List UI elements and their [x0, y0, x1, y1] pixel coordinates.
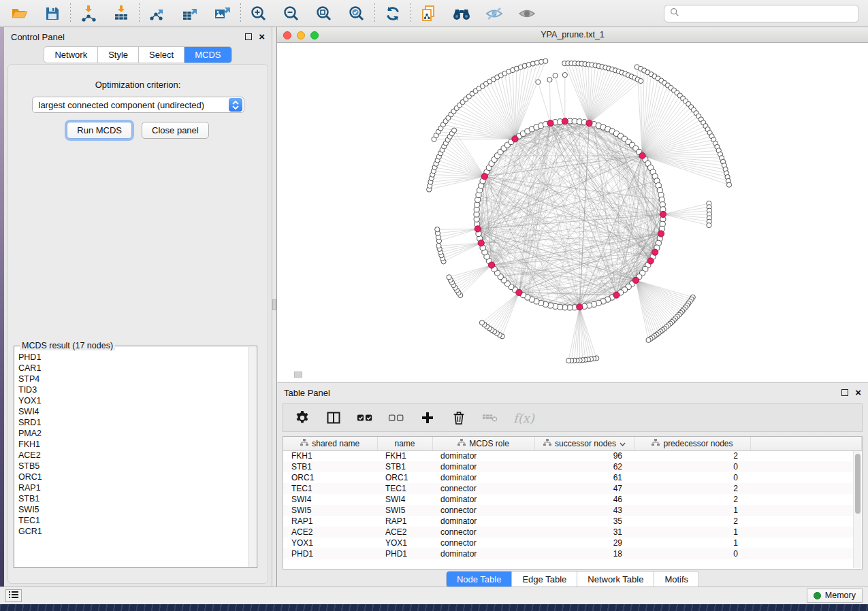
criterion-dropdown[interactable]: largest connected component (undirected) [32, 97, 244, 113]
refresh-view-icon[interactable] [379, 3, 407, 24]
close-window-icon[interactable] [283, 31, 291, 39]
mcds-node-item[interactable]: ORC1 [18, 472, 247, 482]
application-window: Control Panel × NetworkStyleSelectMCDS O… [0, 0, 868, 611]
import-table-icon[interactable] [107, 3, 135, 24]
table-row[interactable]: YOX1YOX1connector291 [283, 538, 862, 548]
table-scrollbar[interactable] [853, 451, 861, 568]
export-image-icon[interactable] [208, 3, 237, 24]
add-column-icon[interactable] [419, 410, 436, 426]
minimize-window-icon[interactable] [297, 31, 305, 39]
network-titlebar[interactable]: YPA_prune.txt_1 [277, 27, 868, 43]
tab-motifs[interactable]: Motifs [654, 572, 698, 587]
save-session-icon[interactable] [38, 3, 67, 24]
tab-select[interactable]: Select [139, 47, 184, 63]
zoom-out-icon[interactable] [277, 3, 306, 24]
open-file-icon[interactable] [5, 3, 34, 24]
select-all-icon[interactable] [357, 410, 373, 426]
status-bar: Memory [0, 587, 868, 604]
search-binoculars-icon[interactable] [447, 3, 476, 24]
tab-style[interactable]: Style [98, 47, 139, 63]
table-row[interactable]: TEC1TEC1connector472 [283, 483, 862, 494]
mcds-node-item[interactable]: SWI4 [18, 406, 247, 417]
table-row[interactable]: ACE2ACE2connector311 [283, 527, 862, 538]
tree-icon [652, 439, 660, 448]
zoom-in-icon[interactable] [244, 3, 273, 24]
table-row[interactable]: SWI5SWI5connector431 [283, 505, 862, 516]
tab-network-table[interactable]: Network Table [577, 572, 654, 587]
table-scrollbar-thumb[interactable] [855, 454, 861, 514]
table-row[interactable]: STB1STB1dominator620 [283, 461, 862, 472]
mcds-node-item[interactable]: FKH1 [18, 439, 247, 450]
table-row[interactable]: PHD1PHD1dominator180 [283, 548, 862, 559]
run-mcds-button[interactable]: Run MCDS [67, 122, 132, 139]
close-table-panel-icon[interactable]: × [855, 389, 861, 396]
mcds-node-item[interactable]: YOX1 [18, 395, 247, 406]
control-panel: Control Panel × NetworkStyleSelectMCDS O… [4, 27, 272, 587]
network-canvas[interactable] [277, 43, 868, 382]
float-panel-icon[interactable] [245, 33, 252, 40]
column-layout-icon[interactable] [325, 410, 342, 426]
export-network-icon[interactable] [143, 3, 172, 24]
tab-edge-table[interactable]: Edge Table [512, 572, 577, 587]
search-icon [670, 7, 679, 20]
close-panel-button[interactable]: Close panel [142, 122, 209, 139]
tab-node-table[interactable]: Node Table [447, 572, 513, 587]
toolbar-separator [70, 3, 71, 24]
mcds-node-item[interactable]: STB5 [18, 461, 247, 472]
import-network-icon[interactable] [74, 3, 103, 24]
mcds-node-item[interactable]: RAP1 [18, 482, 247, 493]
column-header-successor-nodes[interactable]: successor nodes [534, 437, 634, 450]
memory-button[interactable]: Memory [807, 589, 863, 603]
mcds-node-item[interactable]: TID3 [18, 384, 247, 395]
zoom-selected-icon[interactable] [342, 3, 371, 24]
mcds-node-item[interactable]: STP4 [18, 374, 247, 384]
toolbar-separator [139, 3, 140, 24]
main-toolbar [0, 0, 868, 27]
column-header-predecessor-nodes[interactable]: predecessor nodes [634, 437, 750, 450]
mcds-node-item[interactable]: SRD1 [18, 417, 247, 428]
search-input[interactable] [684, 9, 853, 19]
mcds-node-item[interactable]: SWI5 [18, 504, 247, 515]
mcds-node-item[interactable]: PHD1 [18, 352, 247, 363]
column-header-name[interactable]: name [377, 437, 432, 450]
network-graph[interactable] [277, 43, 868, 382]
toolbar-separator [411, 3, 411, 24]
mcds-node-item[interactable]: ACE2 [18, 450, 247, 461]
mcds-result-box: MCDS result (17 nodes) PHD1CAR1STP4TID3Y… [14, 346, 257, 568]
node-table[interactable]: shared namenameMCDS rolesuccessor nodesp… [283, 436, 863, 569]
task-history-button[interactable] [5, 589, 22, 602]
criterion-dropdown-value: largest connected component (undirected) [33, 100, 229, 110]
tab-network[interactable]: Network [44, 47, 98, 63]
table-panel: Table Panel × f(x) shared namenameMCDS r… [276, 382, 868, 587]
maximize-window-icon[interactable] [310, 31, 319, 39]
search-box[interactable] [664, 5, 859, 22]
close-panel-icon[interactable]: × [259, 33, 265, 40]
export-table-icon[interactable] [176, 3, 204, 24]
mcds-result-scrollbar[interactable] [248, 347, 256, 567]
mcds-node-item[interactable]: PMA2 [18, 428, 247, 439]
table-row[interactable]: SWI4SWI4dominator462 [283, 494, 862, 505]
zoom-fit-icon[interactable] [310, 3, 338, 24]
control-panel-header: Control Panel × [4, 27, 272, 46]
mcds-node-item[interactable]: GCR1 [18, 526, 247, 537]
gear-icon[interactable] [294, 410, 310, 426]
mcds-node-item[interactable]: STB1 [18, 493, 247, 504]
delete-column-icon[interactable] [451, 410, 467, 426]
show-all-icon[interactable] [513, 3, 541, 24]
table-row[interactable]: FKH1FKH1dominator962 [283, 450, 862, 461]
float-table-panel-icon[interactable] [841, 389, 848, 396]
delete-table-icon [482, 410, 498, 426]
table-row[interactable]: ORC1ORC1dominator610 [283, 472, 862, 483]
horizontal-splitter-grip[interactable] [294, 371, 302, 378]
table-row[interactable]: RAP1RAP1dominator352 [283, 516, 862, 527]
mcds-node-item[interactable]: CAR1 [18, 363, 247, 374]
mcds-result-list[interactable]: PHD1CAR1STP4TID3YOX1SWI4SRD1PMA2FKH1ACE2… [18, 352, 247, 566]
sort-descending-icon[interactable] [620, 439, 626, 448]
column-header-MCDS-role[interactable]: MCDS role [432, 437, 534, 450]
duplicate-network-icon[interactable] [415, 3, 443, 24]
tab-mcds[interactable]: MCDS [184, 47, 231, 63]
mcds-node-item[interactable]: TEC1 [18, 515, 247, 526]
column-header-shared-name[interactable]: shared name [283, 437, 377, 450]
hide-selected-icon[interactable] [480, 3, 509, 24]
deselect-all-icon[interactable] [388, 410, 404, 426]
